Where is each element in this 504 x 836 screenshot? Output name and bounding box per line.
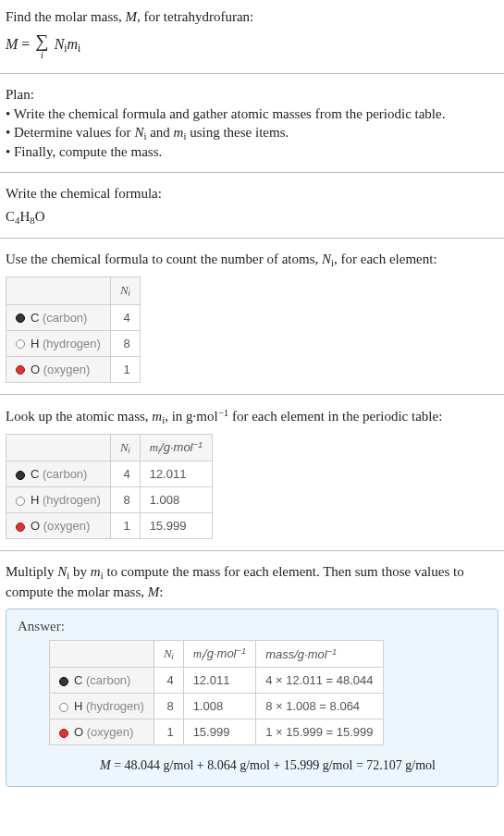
col-element <box>6 434 111 461</box>
mass-table-wrap: Ni mi/g·mol−1 C (carbon)412.011H (hydrog… <box>0 430 504 544</box>
Ni-cell: 1 <box>154 719 183 745</box>
plan-bullet-3: • Finally, compute the mass. <box>6 142 498 161</box>
answer-table: Ni mi/g·mol−1 mass/g·mol−1 C (carbon)412… <box>49 640 384 746</box>
element-cell: C (carbon) <box>50 668 154 694</box>
element-swatch-icon <box>59 729 68 738</box>
eq-eq: = <box>18 36 33 52</box>
plan-bullet-1: • Write the chemical formula and gather … <box>6 104 498 123</box>
Ni-cell: 8 <box>154 694 183 719</box>
col-Ni: Ni <box>154 640 183 668</box>
col-element <box>6 277 111 304</box>
sigma-icon: ∑ <box>35 31 48 50</box>
element-swatch-icon <box>59 703 68 712</box>
table-row: H (hydrogen)81.008 <box>6 487 213 513</box>
element-label: C (carbon) <box>31 467 87 481</box>
count-table-wrap: Ni C (carbon)4H (hydrogen)8O (oxygen)1 <box>0 273 504 386</box>
element-label: O (oxygen) <box>31 519 90 533</box>
col-mi: mi/g·mol−1 <box>140 434 213 461</box>
intro-text: Find the molar mass, M, for tetrahydrofu… <box>6 7 498 26</box>
sum-symbol: ∑i <box>35 31 48 60</box>
Ni-cell: 1 <box>110 513 140 539</box>
element-cell: C (carbon) <box>6 461 111 487</box>
mi-cell: 12.011 <box>183 668 256 694</box>
mi-cell: 1.008 <box>140 487 213 513</box>
element-cell: C (carbon) <box>6 304 111 330</box>
col-mass: mass/g·mol−1 <box>256 640 383 668</box>
element-cell: H (hydrogen) <box>50 694 154 719</box>
separator <box>0 238 504 239</box>
intro-post: , for tetrahydrofuran: <box>137 9 253 24</box>
element-swatch-icon <box>16 314 25 323</box>
compute-section: Multiply Ni by mi to compute the mass fo… <box>0 559 504 605</box>
element-swatch-icon <box>16 497 25 506</box>
element-label: C (carbon) <box>31 311 87 325</box>
element-cell: O (oxygen) <box>50 719 154 745</box>
intro-pre: Find the molar mass, <box>6 9 126 24</box>
table-header-row: Ni mi/g·mol−1 mass/g·mol−1 <box>50 640 384 668</box>
count-table: Ni C (carbon)4H (hydrogen)8O (oxygen)1 <box>6 277 141 382</box>
separator <box>0 73 504 74</box>
chem-heading: Write the chemical formula: <box>6 184 498 203</box>
sum-lower: i <box>41 50 43 60</box>
eq-M: M <box>6 36 18 52</box>
element-swatch-icon <box>16 522 25 532</box>
mi-cell: 1.008 <box>183 694 256 719</box>
mass-cell: 4 × 12.011 = 48.044 <box>256 668 383 694</box>
col-Ni: Ni <box>110 434 140 461</box>
col-element <box>50 640 154 668</box>
mi-cell: 15.999 <box>183 719 256 745</box>
Ni-cell: 8 <box>110 487 140 513</box>
element-swatch-icon <box>16 339 25 349</box>
mass-table: Ni mi/g·mol−1 C (carbon)412.011H (hydrog… <box>6 434 213 540</box>
Ni-cell: 4 <box>154 668 183 694</box>
element-swatch-icon <box>16 471 25 480</box>
table-row: O (oxygen)115.9991 × 15.999 = 15.999 <box>50 719 384 745</box>
mass-cell: 8 × 1.008 = 8.064 <box>256 694 383 719</box>
final-result: M = 48.044 g/mol + 8.064 g/mol + 15.999 … <box>49 758 486 773</box>
mi-cell: 15.999 <box>140 513 213 539</box>
mass-text: Look up the atomic mass, mi, in g·mol−1 … <box>6 406 498 426</box>
element-label: H (hydrogen) <box>31 493 101 507</box>
table-row: C (carbon)4 <box>6 304 141 330</box>
molar-mass-equation: M = ∑i Nimi <box>0 30 504 66</box>
table-row: C (carbon)412.011 <box>6 461 213 487</box>
count-section: Use the chemical formula to count the nu… <box>0 246 504 273</box>
chemical-formula: C4H8O <box>0 207 504 231</box>
eq-mi: mi <box>68 36 81 52</box>
mass-section: Look up the atomic mass, mi, in g·mol−1 … <box>0 402 504 430</box>
mi-cell: 12.011 <box>140 461 213 487</box>
element-label: C (carbon) <box>74 673 130 687</box>
table-row: O (oxygen)115.999 <box>6 513 213 539</box>
Ni-cell: 4 <box>110 304 140 330</box>
answer-label: Answer: <box>18 619 486 634</box>
element-cell: O (oxygen) <box>6 356 111 382</box>
element-label: O (oxygen) <box>31 363 90 376</box>
Ni-cell: 1 <box>110 356 140 382</box>
count-text: Use the chemical formula to count the nu… <box>6 250 498 269</box>
col-mi: mi/g·mol−1 <box>183 640 256 668</box>
element-cell: H (hydrogen) <box>6 330 111 356</box>
table-row: C (carbon)412.0114 × 12.011 = 48.044 <box>50 668 384 694</box>
intro-M: M <box>126 9 138 24</box>
plan-heading: Plan: <box>6 85 498 104</box>
separator <box>0 172 504 173</box>
separator <box>0 394 504 395</box>
eq-Ni: Ni <box>55 36 68 52</box>
table-row: H (hydrogen)81.0088 × 1.008 = 8.064 <box>50 694 384 719</box>
element-label: H (hydrogen) <box>74 699 144 713</box>
table-row: H (hydrogen)8 <box>6 330 141 356</box>
mass-cell: 1 × 15.999 = 15.999 <box>256 719 383 745</box>
compute-text: Multiply Ni by mi to compute the mass fo… <box>6 562 498 601</box>
table-header-row: Ni <box>6 277 141 304</box>
chem-formula-section: Write the chemical formula: <box>0 180 504 206</box>
plan-section: Plan: • Write the chemical formula and g… <box>0 81 504 165</box>
intro-section: Find the molar mass, M, for tetrahydrofu… <box>0 4 504 30</box>
element-swatch-icon <box>59 677 68 686</box>
element-cell: H (hydrogen) <box>6 487 111 513</box>
element-label: H (hydrogen) <box>31 337 101 350</box>
Ni-cell: 4 <box>110 461 140 487</box>
answer-box: Answer: Ni mi/g·mol−1 mass/g·mol−1 C (ca… <box>6 609 498 788</box>
element-cell: O (oxygen) <box>6 513 111 539</box>
col-Ni: Ni <box>110 277 140 304</box>
element-swatch-icon <box>16 365 25 375</box>
